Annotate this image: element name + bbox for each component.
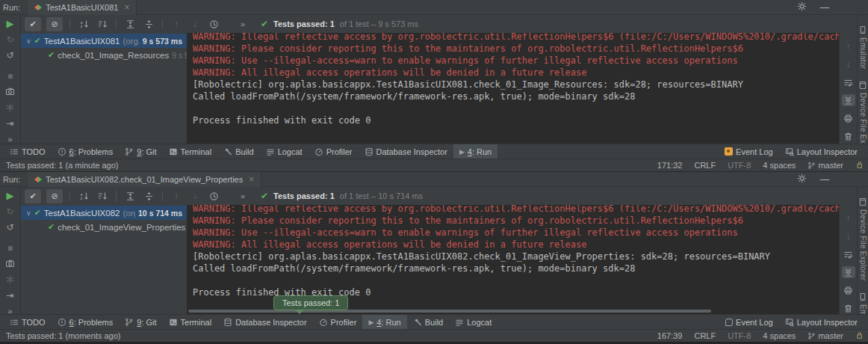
indent-setting[interactable]: 4 spaces (763, 161, 796, 170)
expand-all-icon[interactable] (123, 189, 137, 203)
import-test-results-icon[interactable]: ⇥ (6, 118, 13, 129)
file-encoding[interactable]: UTF-8 (728, 161, 751, 170)
line-separator[interactable]: CRLF (694, 161, 716, 170)
profile-tests-icon[interactable] (5, 102, 15, 113)
up-stack-trace-icon[interactable]: ↑ (842, 212, 855, 224)
tab-close-icon[interactable]: × (249, 174, 254, 185)
tool-window-button-build[interactable]: Build (217, 144, 259, 159)
event-log-button[interactable]: Event Log (719, 144, 779, 159)
next-occurrence-icon[interactable]: ↓ (188, 17, 202, 31)
previous-occurrence-icon[interactable]: ↑ (170, 189, 183, 203)
toggle-auto-test-icon[interactable]: ↺ (6, 50, 13, 61)
tool-window-button-problems[interactable]: 6: Problems (52, 315, 120, 330)
tool-window-button-terminal[interactable]: Terminal (163, 315, 218, 330)
test-tree-child-row[interactable]: ✔ check_01_ImageView_Properties 10 s 714… (21, 220, 187, 234)
test-tree-root-row[interactable]: ∨ ✔ TestA1BasicUIX081 (org.aplas.basicap… (21, 34, 187, 48)
show-ignored-icon[interactable]: ⊘ (46, 17, 63, 31)
run-tab[interactable]: TestA1BasicUIX082.check_01_ImageView_Pro… (28, 172, 261, 187)
up-stack-trace-icon[interactable]: ↑ (842, 40, 855, 52)
tool-window-button-device-file-explorer[interactable]: Device File Explorer (858, 197, 867, 280)
tool-window-button-logcat[interactable]: Logcat (260, 144, 309, 159)
collapse-all-icon[interactable] (142, 17, 155, 31)
git-branch-widget[interactable]: master (807, 161, 843, 170)
tool-window-button-build[interactable]: Build (407, 315, 449, 330)
more-options-icon[interactable]: » (7, 134, 12, 144)
tool-window-button-git[interactable]: 9: Git (119, 315, 162, 330)
show-ignored-icon[interactable]: ⊘ (46, 189, 63, 203)
toggle-auto-test-icon[interactable]: ↺ (6, 222, 13, 233)
tool-window-button-profiler[interactable]: Profiler (309, 144, 359, 159)
caret-position[interactable]: 171:32 (657, 161, 683, 170)
stop-icon[interactable]: ■ (7, 243, 13, 254)
profile-tests-icon[interactable] (5, 274, 15, 285)
rerun-failed-tests-icon[interactable]: ↻ (6, 206, 13, 217)
rerun-tests-icon[interactable]: ▶ (7, 19, 14, 29)
test-tree-root-row[interactable]: ∨ ✔ TestA1BasicUIX082 (org.aplas.basica … (21, 206, 187, 220)
clear-console-icon[interactable] (842, 302, 855, 314)
print-icon[interactable] (842, 112, 855, 124)
tool-window-button-database-inspector[interactable]: Database Inspector (359, 144, 453, 159)
test-tree-child-row[interactable]: ✔ check_01_Image_Resources 9 s 573 ms (21, 48, 187, 62)
git-branch-widget[interactable]: master (807, 331, 843, 340)
test-history-icon[interactable] (207, 17, 220, 31)
tool-window-button-todo[interactable]: TODO (4, 315, 52, 330)
next-occurrence-icon[interactable]: ↓ (188, 189, 202, 203)
toolbar-more-icon[interactable]: » (236, 17, 249, 31)
import-test-results-icon[interactable]: ⇥ (6, 290, 13, 301)
tool-window-button-terminal[interactable]: Terminal (163, 144, 218, 159)
tab-close-icon[interactable]: × (124, 2, 129, 13)
status-message[interactable]: Tests passed: 1 (moments ago) (6, 331, 120, 340)
tool-window-button-problems[interactable]: 6: Problems (52, 144, 120, 159)
toolbar-more-icon[interactable]: » (236, 189, 249, 203)
screenshot-icon[interactable] (5, 259, 15, 269)
tool-window-button-database-inspector[interactable]: Database Inspector (217, 315, 312, 330)
collapse-all-icon[interactable] (142, 189, 155, 203)
caret-position[interactable]: 167:39 (657, 331, 683, 340)
rerun-tests-icon[interactable]: ▶ (7, 191, 14, 201)
hide-icon[interactable]: — (820, 2, 829, 13)
soft-wrap-icon[interactable] (842, 248, 855, 260)
hide-icon[interactable]: — (820, 174, 829, 185)
show-passed-icon[interactable]: ✔ (25, 189, 41, 203)
status-message[interactable]: Tests passed: 1 (a minute ago) (6, 161, 118, 170)
clear-console-icon[interactable] (842, 130, 855, 142)
scroll-to-end-icon[interactable] (842, 266, 855, 278)
tool-window-button-git[interactable]: 9: Git (119, 144, 162, 159)
tool-window-button-run[interactable]: ▶4: Run (362, 315, 406, 330)
chevron-down-icon[interactable]: ∨ (26, 37, 31, 45)
screenshot-icon[interactable] (5, 87, 15, 97)
sort-alphabetically-icon[interactable]: az (77, 17, 90, 31)
file-encoding[interactable]: UTF-8 (728, 331, 751, 340)
gear-icon[interactable] (797, 173, 807, 186)
tool-window-button-run[interactable]: ▶4: Run (453, 144, 497, 159)
chevron-down-icon[interactable]: ∨ (26, 209, 31, 217)
run-tab[interactable]: TestA1BasicUIX081 × (28, 0, 137, 15)
indent-setting[interactable]: 4 spaces (763, 331, 796, 340)
line-separator[interactable]: CRLF (694, 331, 716, 340)
show-passed-icon[interactable]: ✔ (25, 17, 41, 31)
down-stack-trace-icon[interactable]: ↓ (842, 58, 855, 70)
expand-all-icon[interactable] (123, 17, 137, 31)
soft-wrap-icon[interactable] (842, 76, 855, 88)
stop-icon[interactable]: ■ (7, 71, 13, 82)
previous-occurrence-icon[interactable]: ↑ (170, 17, 183, 31)
tool-window-button-emulator[interactable]: Emulator (858, 25, 867, 69)
scroll-to-end-icon[interactable] (842, 94, 855, 106)
test-history-icon[interactable] (207, 189, 220, 203)
rerun-failed-tests-icon[interactable]: ↻ (6, 34, 13, 45)
sort-alphabetically-icon[interactable]: az (77, 189, 90, 203)
readonly-lock-icon[interactable] (855, 331, 864, 341)
gear-icon[interactable] (797, 1, 807, 14)
print-icon[interactable] (842, 284, 855, 296)
readonly-lock-icon[interactable] (855, 161, 864, 171)
sort-by-duration-icon[interactable] (96, 17, 109, 31)
event-log-button[interactable]: Event Log (719, 315, 779, 330)
tool-window-button-todo[interactable]: TODO (4, 144, 52, 159)
layout-inspector-button[interactable]: Layout Inspector (779, 315, 864, 330)
tool-window-button-logcat[interactable]: Logcat (449, 315, 497, 330)
layout-inspector-button[interactable]: Layout Inspector (779, 144, 864, 159)
horizontal-scrollbar[interactable] (188, 310, 711, 313)
sort-by-duration-icon[interactable] (96, 189, 109, 203)
tool-window-button-profiler[interactable]: Profiler (313, 315, 363, 330)
down-stack-trace-icon[interactable]: ↓ (842, 230, 855, 242)
